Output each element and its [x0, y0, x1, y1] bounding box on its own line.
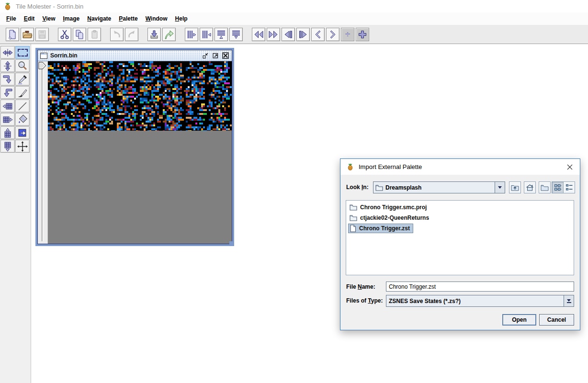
row-forward-button[interactable] [296, 28, 310, 41]
look-in-label: Look In: [346, 184, 369, 191]
import-palette-dialog: Import External Palette Look In: Dreamsp… [340, 158, 580, 330]
file-name-input[interactable]: Chrono Trigger.zst [386, 282, 574, 292]
app-window: { "app": { "title": "Tile Molester - Sor… [0, 0, 588, 383]
color-replace-tool[interactable] [15, 126, 30, 139]
menu-navigate[interactable]: Navigate [83, 13, 115, 24]
document-titlebar[interactable]: Sorrin.bin [38, 50, 232, 61]
tile-editor-body [38, 61, 232, 244]
double-left-arrow-icon [253, 29, 264, 40]
menu-view[interactable]: View [38, 13, 59, 24]
block-plus-button[interactable] [356, 28, 369, 41]
main-toolbar: ÷ [0, 25, 588, 44]
tile-canvas-area[interactable] [48, 61, 232, 244]
new-file-button[interactable] [6, 28, 19, 41]
tile-graphics-canvas[interactable] [48, 61, 232, 131]
shift-left-tool[interactable] [0, 100, 15, 113]
minimize-button[interactable] [201, 52, 209, 60]
menu-window[interactable]: Window [142, 13, 171, 24]
save-file-button[interactable] [35, 28, 49, 41]
move-icon [17, 141, 28, 152]
up-folder-button[interactable] [509, 181, 521, 193]
goto-offset-button[interactable] [147, 28, 161, 41]
brush-tool[interactable] [15, 86, 30, 99]
open-file-button[interactable] [21, 28, 34, 41]
plus-icon [357, 29, 368, 40]
menu-image[interactable]: Image [59, 13, 84, 24]
left-arrow-bar-icon [283, 29, 294, 40]
menu-file[interactable]: File [2, 13, 20, 24]
menu-edit[interactable]: Edit [20, 13, 39, 24]
up-folder-icon [511, 184, 519, 191]
line-tool[interactable] [15, 100, 30, 113]
tile-back-button[interactable] [311, 28, 325, 41]
file-icon [350, 225, 356, 232]
scissors-icon [59, 29, 70, 40]
close-button[interactable] [221, 52, 229, 60]
color-picker-tool[interactable] [15, 73, 30, 86]
block-divide-button[interactable]: ÷ [341, 28, 354, 41]
dialog-titlebar[interactable]: Import External Palette [340, 159, 580, 175]
maximize-button[interactable] [211, 52, 219, 60]
move-tool[interactable] [15, 140, 30, 153]
menu-help[interactable]: Help [171, 13, 192, 24]
mirror-horizontal-tool[interactable] [0, 46, 15, 59]
increase-width-button[interactable] [200, 28, 213, 41]
offset-slider[interactable] [38, 61, 48, 244]
selection-tool[interactable] [15, 46, 30, 59]
open-button[interactable]: Open [502, 314, 536, 326]
mirror-vertical-tool[interactable] [0, 59, 15, 72]
file-list[interactable]: Chrono Trigger.smc.proj ctjackie02-Queen… [346, 200, 574, 275]
list-view-button[interactable] [563, 181, 575, 193]
relative-jump-button[interactable] [162, 28, 176, 41]
fill-tool[interactable] [15, 113, 30, 126]
mirror-vertical-icon [2, 60, 13, 72]
new-folder-button[interactable] [539, 181, 551, 193]
increase-height-button[interactable] [229, 28, 243, 41]
selection-marquee-icon [18, 49, 28, 56]
look-in-combobox[interactable]: Dreamsplash [373, 181, 505, 193]
page-back-button[interactable] [252, 28, 265, 41]
look-in-dropdown-button[interactable] [495, 182, 505, 193]
offset-slider-thumb[interactable] [38, 62, 46, 69]
files-of-type-label: Files of Type: [346, 297, 383, 304]
grid-view-icon [554, 184, 562, 192]
resize-grip[interactable] [229, 241, 234, 246]
folder-icon [350, 204, 357, 211]
rotate-counterclockwise-tool[interactable] [0, 86, 15, 99]
shift-down-tool[interactable] [0, 140, 15, 153]
new-file-icon [7, 29, 18, 40]
shift-right-tool[interactable] [0, 113, 15, 126]
zoom-tool[interactable] [15, 59, 30, 72]
tile-forward-button[interactable] [326, 28, 339, 41]
cancel-button[interactable]: Cancel [539, 314, 574, 326]
copy-button[interactable] [73, 28, 86, 41]
columns-left-icon [186, 29, 197, 40]
files-of-type-value: ZSNES Save States (*.zs?) [389, 298, 461, 304]
files-of-type-combobox[interactable]: ZSNES Save States (*.zs?) [386, 295, 574, 307]
rotate-clockwise-tool[interactable] [0, 73, 15, 86]
double-right-arrow-icon [268, 29, 279, 40]
row-back-button[interactable] [282, 28, 295, 41]
menu-palette[interactable]: Palette [115, 13, 141, 24]
undo-button[interactable] [110, 28, 124, 41]
decrease-height-button[interactable] [215, 28, 228, 41]
redo-button[interactable] [125, 28, 138, 41]
grid-shift-left-icon [2, 101, 13, 112]
save-icon [37, 29, 47, 40]
dialog-close-button[interactable] [560, 159, 580, 175]
shift-up-tool[interactable] [0, 126, 15, 139]
new-folder-icon [541, 184, 549, 191]
file-list-item-selected[interactable]: Chrono Trigger.zst [346, 223, 574, 234]
page-forward-button[interactable] [267, 28, 280, 41]
file-list-item[interactable]: ctjackie02-QueenReturns [346, 213, 574, 223]
cut-button[interactable] [58, 28, 71, 41]
decrease-width-button[interactable] [185, 28, 198, 41]
files-of-type-dropdown-button[interactable] [564, 295, 574, 306]
close-icon [567, 164, 573, 170]
grid-view-button[interactable] [552, 181, 564, 193]
folder-icon [375, 184, 383, 191]
paste-button[interactable] [88, 28, 101, 41]
file-list-item[interactable]: Chrono Trigger.smc.proj [346, 202, 574, 213]
home-button[interactable] [524, 181, 536, 193]
look-in-value: Dreamsplash [385, 184, 421, 191]
